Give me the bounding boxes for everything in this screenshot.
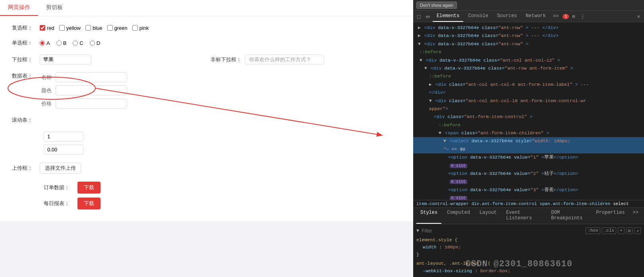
breadcrumb-item-1[interactable]: item-control-wrapper xyxy=(416,201,469,206)
checkbox-yellow-label: yellow xyxy=(66,25,81,31)
filter-input[interactable] xyxy=(422,228,583,234)
add-style-button[interactable]: + xyxy=(618,227,625,234)
main-content: 复选框： red yellow blue xyxy=(0,16,413,221)
breadcrumb-item-3[interactable]: span.ant-form-item-children xyxy=(540,201,610,206)
dom-tree[interactable]: ▶ <div data-v-3327b64e class="ant-row" >… xyxy=(413,22,644,200)
dom-line-slot3: K slot xyxy=(413,194,644,200)
radio-C-label: C xyxy=(79,40,83,46)
dom-line[interactable]: ▶ <div data-v-3327b64e class="ant-row" >… xyxy=(413,24,644,32)
checkbox-blue[interactable]: blue xyxy=(85,25,102,31)
device-icon[interactable]: ▭ xyxy=(424,12,431,21)
filter-bar: ▼ :hov .cls + ⊡ ↗ xyxy=(416,226,641,236)
radio-label: 单选框： xyxy=(12,39,40,46)
dom-line-option3[interactable]: <option data-v-3327b64e value="3" >香蕉</o… xyxy=(413,186,644,194)
tab-layout[interactable]: Layout xyxy=(476,208,501,224)
nonstandard-select-wrapper: 你喜欢什么样的工作方式？ 远程 现场 xyxy=(245,54,324,64)
nonstandard-select[interactable]: 你喜欢什么样的工作方式？ 远程 现场 xyxy=(245,54,324,64)
radio-B[interactable]: B xyxy=(56,40,67,46)
dom-line[interactable]: ▼ <div data-v-3327b64e class="ant-row" > xyxy=(413,40,644,48)
dom-line[interactable]: apper"> xyxy=(413,105,644,113)
more-options-icon[interactable]: ⋮ xyxy=(578,12,588,21)
checkbox-green[interactable]: green xyxy=(107,25,128,31)
tab-elements[interactable]: Elements xyxy=(433,11,464,22)
checkbox-red-input[interactable] xyxy=(40,25,45,31)
breadcrumb-item-2[interactable]: div.ant-form-item-control xyxy=(472,201,537,206)
scrollbar-row: 滚动条： xyxy=(12,116,401,124)
dom-line[interactable]: ::before xyxy=(413,121,644,129)
devtools-panel: Don't show again ⬚ ▭ Elements Console So… xyxy=(413,0,644,277)
checkbox-yellow[interactable]: yellow xyxy=(59,25,81,31)
checkbox-group: red yellow blue green xyxy=(40,25,149,31)
datatable-price-input[interactable] xyxy=(56,99,127,108)
dom-line[interactable]: ::before xyxy=(413,48,644,56)
tab-webpage-ops[interactable]: 网页操作 xyxy=(0,0,38,16)
radio-C-input[interactable] xyxy=(73,41,78,46)
close-devtools-icon[interactable]: ✕ xyxy=(635,12,642,21)
dom-line-slot1: K slot xyxy=(413,162,644,170)
dom-line[interactable]: ▶ <div data-v-3327b64e class="ant-row" >… xyxy=(413,32,644,40)
datatable-color-input[interactable] xyxy=(56,85,127,95)
checkbox-green-input[interactable] xyxy=(107,25,113,31)
radio-B-input[interactable] xyxy=(56,41,62,46)
dom-line[interactable]: </div> xyxy=(413,89,644,97)
dom-line[interactable]: ▼ <div class="ant-col ant-col-18 ant-for… xyxy=(413,97,644,105)
dom-line-select-highlighted[interactable]: ▼ <select data-v-3327b64e style="width: … xyxy=(413,137,644,145)
dom-line[interactable]: ▼ <div data-v-3327b64e class="ant-col an… xyxy=(413,56,644,64)
cls-button[interactable]: .cls xyxy=(602,227,616,234)
settings-icon[interactable]: ⚙ xyxy=(570,12,577,21)
more-tabs-icon[interactable]: >> xyxy=(551,12,561,21)
tab-network[interactable]: Network xyxy=(522,11,549,22)
dom-line-option1[interactable]: <option data-v-3327b64e value="1" >苹果</o… xyxy=(413,153,644,161)
checkbox-pink[interactable]: pink xyxy=(132,25,149,31)
nonstandard-label: 非标下拉框： xyxy=(211,56,242,63)
dom-line[interactable]: <div class="ant-form-item-control" > xyxy=(413,113,644,121)
checkbox-green-label: green xyxy=(114,25,128,31)
radio-D-input[interactable] xyxy=(90,41,95,46)
number-input-1[interactable] xyxy=(44,132,83,141)
tab-computed[interactable]: Computed xyxy=(443,208,474,224)
dropdown-row: 下拉框： 苹果 桔子 香蕉 樱桃 菠萝 非标下拉框： 你喜欢什么样的工作方式？ xyxy=(12,54,401,64)
tab-console[interactable]: Console xyxy=(464,11,492,22)
tab-dom-breakpoints[interactable]: DOM Breakpoints xyxy=(547,208,590,224)
radio-A[interactable]: A xyxy=(40,40,50,46)
checkbox-red-label: red xyxy=(47,25,54,31)
radio-group: A B C D xyxy=(40,40,100,46)
order-download-row: 订单数据： 下载 xyxy=(44,182,401,194)
datatable-name-input[interactable] xyxy=(56,72,127,82)
more-bottom-tabs-icon[interactable]: >> xyxy=(630,208,641,224)
tab-styles[interactable]: Styles xyxy=(416,208,441,224)
dom-line-option2[interactable]: <option data-v-3327b64e value="2" >桔子</o… xyxy=(413,170,644,178)
breadcrumb-item-4[interactable]: select xyxy=(613,201,629,206)
dom-line[interactable]: ▼ <div data-v-3327b64e class="ant-row an… xyxy=(413,64,644,72)
upload-label: 上传框： xyxy=(12,165,40,172)
radio-A-input[interactable] xyxy=(40,41,45,46)
checkbox-pink-input[interactable] xyxy=(132,25,138,31)
dom-line[interactable]: ::before xyxy=(413,72,644,80)
checkbox-label: 复选框： xyxy=(12,24,40,31)
tab-properties[interactable]: Properties xyxy=(592,208,629,224)
order-download-button[interactable]: 下载 xyxy=(77,182,101,194)
tab-event-listeners[interactable]: Event Listeners xyxy=(502,208,545,224)
checkbox-blue-input[interactable] xyxy=(85,25,91,31)
radio-D[interactable]: D xyxy=(90,40,100,46)
dom-line-select-eq[interactable]: "> == $0 xyxy=(413,145,644,153)
dom-line[interactable]: ▼ <span class="ant-form-item-children" > xyxy=(413,129,644,137)
tab-clipboard[interactable]: 剪切板 xyxy=(38,0,71,16)
select-wrapper: 苹果 桔子 香蕉 樱桃 菠萝 xyxy=(40,54,91,64)
daily-download-button[interactable]: 下载 xyxy=(77,198,101,209)
dom-line[interactable]: ▶ <div class="ant-col ant-col-6 ant-form… xyxy=(413,81,644,89)
upload-button[interactable]: 选择文件上传 xyxy=(40,163,81,174)
tab-sources[interactable]: Sources xyxy=(493,11,521,22)
checkbox-red[interactable]: red xyxy=(40,25,54,31)
radio-C[interactable]: C xyxy=(73,40,83,46)
number-input-2[interactable] xyxy=(44,145,83,155)
hov-button[interactable]: :hov xyxy=(586,227,600,234)
toggle-button[interactable]: ⊡ xyxy=(626,227,633,234)
fruit-select[interactable]: 苹果 桔子 香蕉 樱桃 菠萝 xyxy=(40,54,91,64)
expand-button[interactable]: ↗ xyxy=(634,227,641,234)
checkbox-yellow-input[interactable] xyxy=(59,25,65,31)
dont-show-button[interactable]: Don't show again xyxy=(416,2,457,9)
inspect-icon[interactable]: ⬚ xyxy=(415,12,423,21)
checkbox-pink-label: pink xyxy=(139,25,149,31)
datatable-name-row: 名称 xyxy=(40,72,127,82)
